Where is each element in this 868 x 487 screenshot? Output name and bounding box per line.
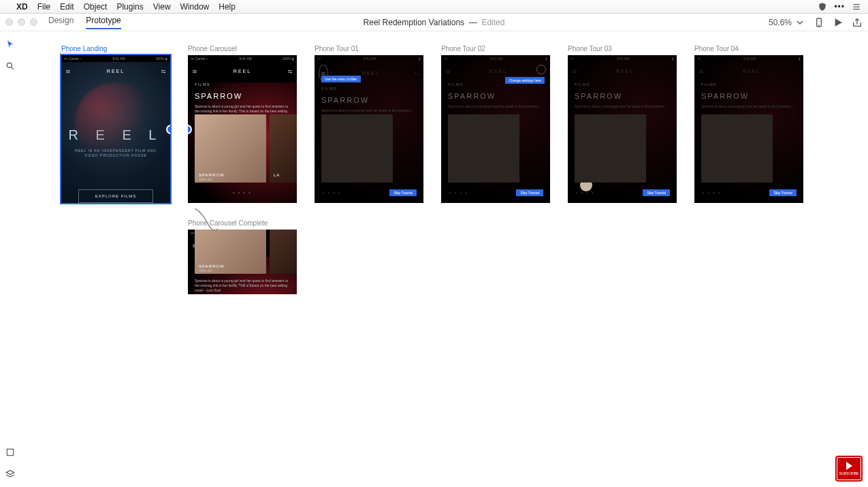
artboard-phone-tour-04[interactable]: •••9:41 AM▮ REEL FILMS SPARROW Sparrow i… <box>694 55 803 203</box>
share-icon[interactable] <box>852 17 863 28</box>
artboard-phone-tour-01[interactable]: •••9:41 AM▮ REEL Use the menu to filter … <box>315 55 423 203</box>
shield-icon[interactable] <box>818 2 827 12</box>
skip-tutorial-button: Skip Tutorial <box>769 189 797 196</box>
artboard-label-tour02[interactable]: Phone Tour 02 <box>441 45 550 52</box>
play-icon[interactable] <box>833 17 843 28</box>
menu-object[interactable]: Object <box>84 2 108 12</box>
menu-view[interactable]: View <box>153 2 171 12</box>
layers-icon[interactable] <box>5 469 15 479</box>
select-tool-icon[interactable] <box>5 40 15 49</box>
artboard-label-tour03[interactable]: Phone Tour 03 <box>568 45 677 52</box>
chevron-down-icon[interactable] <box>794 17 805 28</box>
artboard-phone-tour-02[interactable]: •••9:41 AM▮ REEL Change settings here FI… <box>441 55 550 203</box>
mac-menubar: XD File Edit Object Plugins View Window … <box>0 0 868 14</box>
app-name[interactable]: XD <box>16 2 28 12</box>
tray-dots-icon[interactable]: ••• <box>834 2 845 12</box>
zoom-control[interactable]: 50.6% <box>769 17 805 28</box>
artboard-label-carousel[interactable]: Phone Carousel <box>188 45 297 52</box>
menu-file[interactable]: File <box>37 2 50 12</box>
artboard-phone-landing[interactable]: ••• Carrier ⏦9:41 AM100% ▮ REEL R E E L … <box>61 55 170 203</box>
skip-tutorial-button: Skip Tutorial <box>389 189 417 196</box>
list-icon[interactable] <box>852 2 861 12</box>
artboard-phone-carousel[interactable]: ••• Carrier ⏦9:41 AM100% ▮ REEL FILMS SP… <box>188 55 297 203</box>
menu-plugins[interactable]: Plugins <box>116 2 143 12</box>
zoom-tool-icon[interactable] <box>5 61 15 71</box>
svg-line-9 <box>12 67 14 69</box>
canvas[interactable]: Phone Landing ••• Carrier ⏦9:41 AM100% ▮… <box>20 31 868 487</box>
tab-design[interactable]: Design <box>48 16 74 29</box>
svg-marker-27 <box>188 128 189 131</box>
menu-window[interactable]: Window <box>180 2 210 12</box>
artboard-label-tour01[interactable]: Phone Tour 01 <box>315 45 423 52</box>
svg-marker-11 <box>6 471 14 475</box>
device-preview-icon[interactable] <box>814 17 824 28</box>
artboard-tool-icon[interactable] <box>5 447 15 457</box>
artboard-label-landing[interactable]: Phone Landing <box>61 45 170 52</box>
menu-help[interactable]: Help <box>219 2 236 12</box>
svg-marker-7 <box>7 41 13 48</box>
app-toolbar: Design Prototype Reel Redemption Variati… <box>0 14 868 31</box>
menu-edit[interactable]: Edit <box>60 2 74 12</box>
skip-tutorial-button: Skip Tutorial <box>516 189 543 196</box>
left-toolstrip <box>0 31 20 487</box>
prototype-wire <box>195 208 222 249</box>
tab-prototype[interactable]: Prototype <box>86 16 120 29</box>
play-icon <box>846 462 852 470</box>
artboard-label-tour04[interactable]: Phone Tour 04 <box>694 45 803 52</box>
youtube-subscribe-badge[interactable]: SUBSCRIBE <box>837 457 861 480</box>
tour-tooltip: Use the menu to filter <box>321 76 361 82</box>
skip-tutorial-button: Skip Tutorial <box>643 189 670 196</box>
document-title: Reel Redemption Variations — Edited <box>364 18 505 27</box>
settings-icon <box>161 65 166 77</box>
artboard-phone-tour-03[interactable]: •••9:41 AM▮ REEL FILMS SPARROW Sparrow i… <box>568 55 677 203</box>
hamburger-icon <box>65 65 71 77</box>
svg-rect-10 <box>7 449 13 455</box>
film-card: SPARROW THRILLER <box>195 114 266 183</box>
svg-marker-5 <box>835 18 841 26</box>
window-controls[interactable] <box>5 18 37 26</box>
menubar-tray: ••• <box>818 2 861 12</box>
svg-point-8 <box>7 63 12 67</box>
explore-films-button: EXPLORE FILMS <box>78 189 153 203</box>
